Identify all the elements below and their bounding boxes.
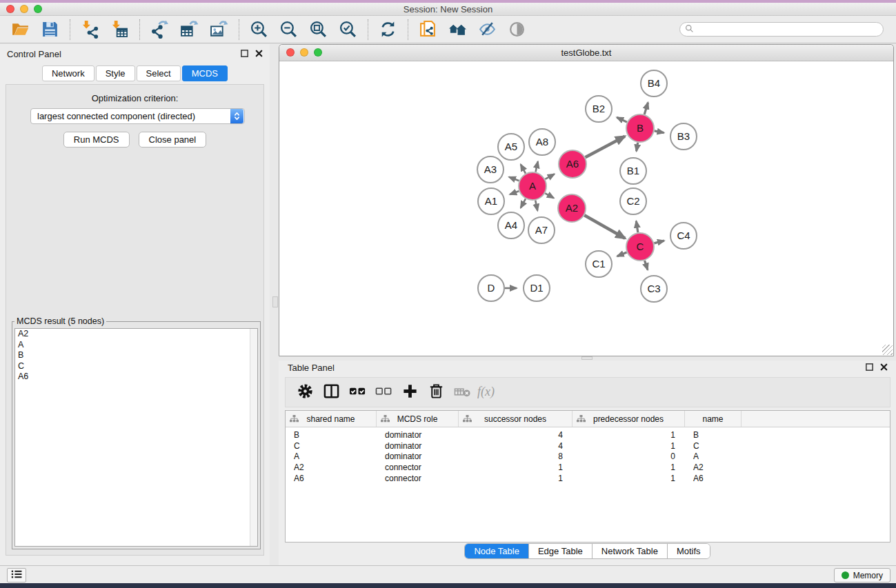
search-input[interactable] xyxy=(697,24,878,35)
vertical-split-handle[interactable] xyxy=(272,296,278,307)
graph-edge-B-B1 xyxy=(637,143,638,152)
zoom-in-button[interactable] xyxy=(244,17,274,42)
graph-edge-B-B3 xyxy=(655,131,664,133)
column-header-successor-nodes[interactable]: successor nodes xyxy=(459,411,573,427)
cell-shared-name[interactable]: B xyxy=(286,430,377,441)
graph-edge-A-A8 xyxy=(535,161,537,172)
open-file-button[interactable] xyxy=(6,17,35,42)
table-row[interactable]: A6connector11A6 xyxy=(286,474,890,485)
cell-shared-name[interactable]: A2 xyxy=(286,463,377,474)
tab-motifs[interactable]: Motifs xyxy=(668,544,710,558)
export-image-button[interactable] xyxy=(204,17,234,42)
export-network-button[interactable] xyxy=(145,17,175,42)
export-table-button[interactable] xyxy=(175,17,204,42)
cell-successor-nodes[interactable]: 1 xyxy=(459,474,573,485)
hide-graphics-details-button[interactable] xyxy=(472,17,502,42)
column-header-name[interactable]: name xyxy=(685,411,741,427)
criterion-select[interactable]: largest connected component (directed) xyxy=(30,108,245,124)
column-header-shared-name[interactable]: shared name xyxy=(286,411,377,427)
memory-status-dot xyxy=(842,571,849,579)
cell-shared-name[interactable]: A6 xyxy=(286,474,377,485)
search-field[interactable] xyxy=(679,22,884,37)
graph-edge-A-A4 xyxy=(521,199,526,207)
graph-node-label-A6: A6 xyxy=(566,158,579,170)
table-row[interactable]: Bdominator41B xyxy=(286,430,890,441)
mcds-result-item[interactable]: A6 xyxy=(15,372,257,383)
cell-successor-nodes[interactable]: 8 xyxy=(459,452,573,463)
cell-predecessor-nodes[interactable]: 1 xyxy=(573,430,685,441)
table-float-panel-icon[interactable] xyxy=(864,362,875,372)
desktop-edge-bottom xyxy=(0,583,896,588)
cell-predecessor-nodes[interactable]: 1 xyxy=(573,474,685,485)
tab-network[interactable]: Network xyxy=(42,65,94,81)
run-mcds-button[interactable]: Run MCDS xyxy=(63,132,130,148)
cell-name[interactable]: B xyxy=(685,430,741,441)
table-row[interactable]: A2connector11A2 xyxy=(286,463,890,474)
tab-node-table[interactable]: Node Table xyxy=(465,544,529,558)
cell-predecessor-nodes[interactable]: 1 xyxy=(573,441,685,452)
column-label: successor nodes xyxy=(484,414,546,424)
tab-mcds[interactable]: MCDS xyxy=(182,65,228,81)
close-panel-button[interactable]: Close panel xyxy=(139,132,207,148)
cell-name[interactable]: A6 xyxy=(685,474,741,485)
graph-edge-A6-B xyxy=(586,136,625,157)
cell-name[interactable]: A xyxy=(685,452,741,463)
mcds-result-item[interactable]: A xyxy=(15,340,257,351)
cell-predecessor-nodes[interactable]: 0 xyxy=(573,452,685,463)
import-table-button[interactable] xyxy=(105,17,135,42)
graph-node-label-B2: B2 xyxy=(593,103,605,114)
settings-gear-button[interactable] xyxy=(292,381,318,404)
table-row[interactable]: Cdominator41C xyxy=(286,441,890,452)
mcds-result-item[interactable]: B xyxy=(15,350,257,361)
network-graph-canvas[interactable]: B4B2BB3A8A5A6A3B1AA1C2A2A4A7C4CC1DD1C3 xyxy=(279,61,893,356)
column-header-predecessor-nodes[interactable]: predecessor nodes xyxy=(573,411,685,427)
tab-select[interactable]: Select xyxy=(137,65,181,81)
tab-edge-table[interactable]: Edge Table xyxy=(529,544,593,558)
duplicate-network-button[interactable] xyxy=(413,17,443,42)
cell-mcds-role[interactable]: connector xyxy=(377,474,459,485)
float-panel-icon[interactable] xyxy=(239,48,250,59)
memory-button[interactable]: Memory xyxy=(834,568,890,582)
cell-mcds-role[interactable]: dominator xyxy=(377,452,459,463)
mcds-result-item[interactable]: A2 xyxy=(15,329,257,340)
network-window-titlebar: testGlobe.txt xyxy=(279,45,893,61)
table-row[interactable]: Adominator80A xyxy=(286,452,890,463)
window-resize-grip[interactable] xyxy=(882,345,893,355)
cell-name[interactable]: C xyxy=(685,441,741,452)
mcds-result-item[interactable]: C xyxy=(15,361,257,372)
cell-mcds-role[interactable]: connector xyxy=(377,463,459,474)
cell-mcds-role[interactable]: dominator xyxy=(377,441,459,452)
cell-shared-name[interactable]: A xyxy=(286,452,377,463)
delete-column-button[interactable] xyxy=(423,381,449,404)
tab-network-table[interactable]: Network Table xyxy=(593,544,668,558)
tab-style[interactable]: Style xyxy=(96,65,135,81)
cell-successor-nodes[interactable]: 4 xyxy=(459,441,573,452)
cell-shared-name[interactable]: C xyxy=(286,441,377,452)
close-panel-icon[interactable] xyxy=(254,48,264,59)
task-history-button[interactable] xyxy=(7,568,26,582)
import-network-icon xyxy=(81,20,99,39)
cell-name[interactable]: A2 xyxy=(685,463,741,474)
cell-mcds-role[interactable]: dominator xyxy=(377,430,459,441)
save-session-button[interactable] xyxy=(35,17,65,42)
column-header-mcds-role[interactable]: MCDS role xyxy=(377,411,459,427)
column-layout-button[interactable] xyxy=(318,381,344,404)
select-all-checkboxes-button[interactable] xyxy=(344,381,370,404)
import-network-button[interactable] xyxy=(75,17,105,42)
refresh-network-button[interactable] xyxy=(373,17,403,42)
table-close-panel-icon[interactable] xyxy=(879,362,889,372)
deselect-all-checkboxes-button[interactable] xyxy=(370,381,397,404)
zoom-fit-button[interactable] xyxy=(303,17,333,42)
cell-successor-nodes[interactable]: 1 xyxy=(459,463,573,474)
cell-predecessor-nodes[interactable]: 1 xyxy=(573,463,685,474)
zoom-selected-icon xyxy=(339,20,357,39)
cell-successor-nodes[interactable]: 4 xyxy=(459,430,573,441)
horizontal-split-handle[interactable] xyxy=(581,356,593,360)
mcds-list-scrollbar[interactable] xyxy=(250,329,257,546)
zoom-out-button[interactable] xyxy=(274,17,303,42)
zoom-selected-button[interactable] xyxy=(333,17,363,42)
show-graphics-details-button[interactable] xyxy=(502,17,532,42)
add-column-button[interactable] xyxy=(397,381,423,404)
toolbar-icons xyxy=(6,17,532,42)
home-button[interactable] xyxy=(443,17,472,42)
